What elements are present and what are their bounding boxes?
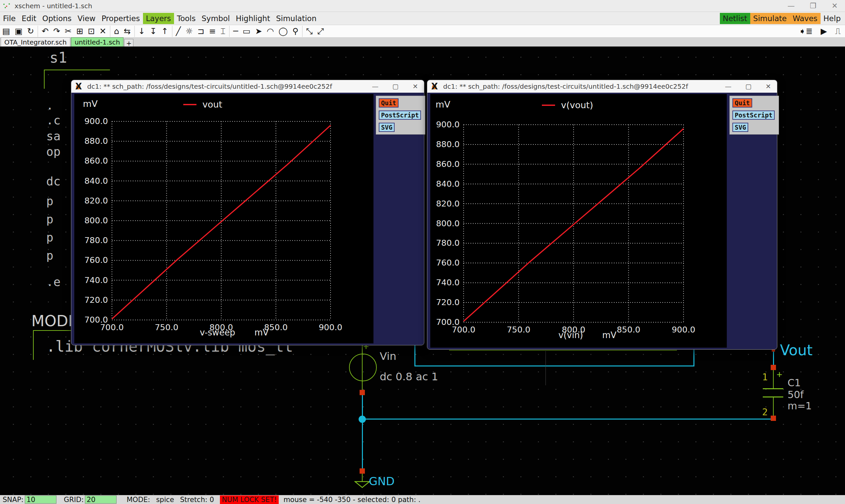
insert-arc-icon[interactable]: ◠ bbox=[264, 27, 276, 36]
go-up-icon[interactable]: ↑ bbox=[159, 27, 171, 36]
c1-lead[interactable] bbox=[773, 370, 774, 388]
c1-name-label[interactable]: C1 bbox=[788, 377, 801, 389]
plot-area[interactable]: mV vout v-sweepmV 900.0880.0860.0840.082… bbox=[74, 94, 374, 343]
c1-lead[interactable] bbox=[773, 397, 774, 416]
minimize-button[interactable]: — bbox=[372, 83, 378, 90]
svg-button[interactable]: SVG bbox=[379, 123, 395, 132]
vin-terminal[interactable] bbox=[360, 390, 365, 395]
netlist-generate-icon[interactable]: ➧≣ bbox=[796, 27, 815, 36]
close-icon[interactable]: ✕ bbox=[765, 83, 771, 90]
svg-button[interactable]: SVG bbox=[732, 123, 748, 132]
feedback-wire[interactable] bbox=[414, 345, 415, 366]
paste-icon[interactable]: ⊡ bbox=[86, 27, 97, 36]
tab-ota-integrator[interactable]: OTA_Integrator.sch bbox=[1, 37, 70, 47]
menu-item-edit[interactable]: Edit bbox=[19, 13, 40, 24]
new-tab-button[interactable]: + bbox=[124, 39, 133, 47]
net-wire[interactable] bbox=[362, 422, 363, 468]
symbol-outline-wire[interactable] bbox=[44, 70, 45, 89]
vin-value-label[interactable]: dc 0.8 ac 1 bbox=[380, 371, 438, 383]
vout-label[interactable]: Vout bbox=[780, 342, 813, 359]
draw-wire-icon[interactable]: ╱ bbox=[174, 27, 183, 36]
gnd-terminal[interactable] bbox=[360, 468, 365, 474]
menu-item-view[interactable]: View bbox=[75, 13, 99, 24]
logic-gate-icon[interactable]: ⊐ bbox=[195, 27, 207, 36]
plot-window-1-titlebar[interactable]: dc1: ** sch_path: /foss/designs/test-cir… bbox=[71, 80, 424, 93]
quit-button[interactable]: Quit bbox=[732, 98, 752, 108]
maximize-button[interactable]: ▢ bbox=[745, 83, 752, 90]
plot-area[interactable]: mV v(vout) v(vin)mV 900.0880.0860.0840.0… bbox=[430, 94, 727, 348]
zoom-full-icon[interactable]: ⤢ bbox=[315, 27, 326, 36]
feedback-wire[interactable] bbox=[693, 349, 694, 366]
c1-plate-top[interactable] bbox=[763, 388, 783, 389]
menu-item-file[interactable]: File bbox=[0, 13, 19, 24]
menu-item-highlight[interactable]: Highlight bbox=[233, 13, 273, 24]
tab-untitled-1[interactable]: untitled-1.sch bbox=[71, 37, 124, 47]
c1-terminal-bottom[interactable] bbox=[771, 416, 776, 421]
maximize-button[interactable]: ❐ bbox=[810, 2, 816, 10]
vin-source-body[interactable] bbox=[349, 354, 377, 381]
code-block-outline[interactable] bbox=[33, 330, 34, 360]
vin-name-label[interactable]: Vin bbox=[380, 350, 396, 362]
c1-value-label[interactable]: 50f bbox=[788, 389, 804, 400]
cut-icon[interactable]: ✂ bbox=[63, 27, 74, 36]
minimize-button[interactable]: — bbox=[788, 2, 795, 10]
open-file-icon[interactable]: ▤ bbox=[0, 27, 13, 36]
simulate-play-icon[interactable]: ▶ bbox=[818, 27, 829, 36]
copy-icon[interactable]: ⊞ bbox=[74, 27, 86, 36]
insert-circle-icon[interactable]: ◯ bbox=[276, 27, 290, 36]
insert-line-icon[interactable]: ─ bbox=[231, 27, 240, 36]
menu-item-netlist[interactable]: Netlist bbox=[720, 13, 750, 24]
insert-symbol-icon[interactable]: ⌂ bbox=[111, 27, 122, 36]
menu-item-options[interactable]: Options bbox=[39, 13, 75, 24]
toolbar-separator bbox=[134, 26, 135, 37]
menu-item-symbol[interactable]: Symbol bbox=[199, 13, 233, 24]
menu-item-simulate[interactable]: Simulate bbox=[750, 13, 790, 24]
x-tick-label: 900.0 bbox=[666, 325, 702, 335]
delete-icon[interactable]: ✕ bbox=[97, 27, 109, 36]
gnd-label[interactable]: GND bbox=[369, 475, 395, 488]
gnd-symbol[interactable] bbox=[354, 481, 370, 488]
insert-polygon-icon[interactable]: ➤ bbox=[253, 27, 264, 36]
menu-item-properties[interactable]: Properties bbox=[98, 13, 143, 24]
c1-mult-label[interactable]: m=1 bbox=[788, 400, 812, 412]
swap-icon[interactable]: ⇆ bbox=[122, 27, 133, 36]
menu-item-tools[interactable]: Tools bbox=[174, 13, 199, 24]
postscript-button[interactable]: PostScript bbox=[379, 110, 421, 120]
snap-value-field[interactable]: 10 bbox=[25, 496, 56, 504]
insert-rect-icon[interactable]: ▭ bbox=[240, 27, 253, 36]
menu-item-layers[interactable]: Layers bbox=[143, 13, 174, 24]
zoom-in-arrows-icon[interactable]: ⤡ bbox=[304, 27, 315, 36]
menu-item-simulation[interactable]: Simulation bbox=[273, 13, 320, 24]
gnd-stem[interactable] bbox=[362, 474, 363, 482]
redo-icon[interactable]: ↷ bbox=[51, 27, 63, 36]
waves-icon[interactable]: ⎍ bbox=[832, 27, 843, 36]
close-button[interactable]: ✕ bbox=[832, 2, 838, 10]
save-file-icon[interactable]: ▣ bbox=[13, 27, 25, 36]
insert-pin-icon[interactable]: ⌶ bbox=[218, 27, 228, 36]
feedback-wire[interactable] bbox=[414, 365, 694, 366]
net-wire-horizontal[interactable] bbox=[365, 418, 771, 419]
reload-icon[interactable]: ↻ bbox=[25, 27, 36, 36]
netlist-list-icon[interactable]: ≡ bbox=[207, 27, 218, 36]
plot-window-2-titlebar[interactable]: dc1: ** sch_path: /foss/designs/test-cir… bbox=[427, 80, 777, 93]
net-wire[interactable] bbox=[362, 395, 363, 417]
push-down-icon[interactable]: ↓ bbox=[136, 27, 148, 36]
menu-item-waves[interactable]: Waves bbox=[790, 13, 820, 24]
graph-box-edge[interactable] bbox=[449, 350, 677, 350]
postscript-button[interactable]: PostScript bbox=[732, 110, 775, 120]
descend-symbol-icon[interactable]: ↧ bbox=[148, 27, 159, 36]
quit-button[interactable]: Quit bbox=[379, 98, 399, 108]
toggle-light-icon[interactable]: ☼ bbox=[183, 27, 195, 36]
close-icon[interactable]: ✕ bbox=[412, 83, 418, 90]
instance-label-s1[interactable]: s1 bbox=[50, 49, 67, 66]
vout-wire[interactable] bbox=[773, 352, 774, 365]
maximize-button[interactable]: ▢ bbox=[392, 83, 399, 90]
y-tick-label: 860.0 bbox=[423, 159, 460, 169]
undo-icon[interactable]: ↶ bbox=[39, 27, 51, 36]
symbol-outline-wire[interactable] bbox=[44, 70, 110, 70]
zoom-icon[interactable]: ⚲ bbox=[290, 27, 300, 36]
c1-terminal-top[interactable] bbox=[771, 365, 776, 370]
minimize-button[interactable]: — bbox=[725, 83, 731, 90]
grid-value-field[interactable]: 20 bbox=[85, 496, 117, 504]
menu-item-help[interactable]: Help bbox=[821, 13, 844, 24]
